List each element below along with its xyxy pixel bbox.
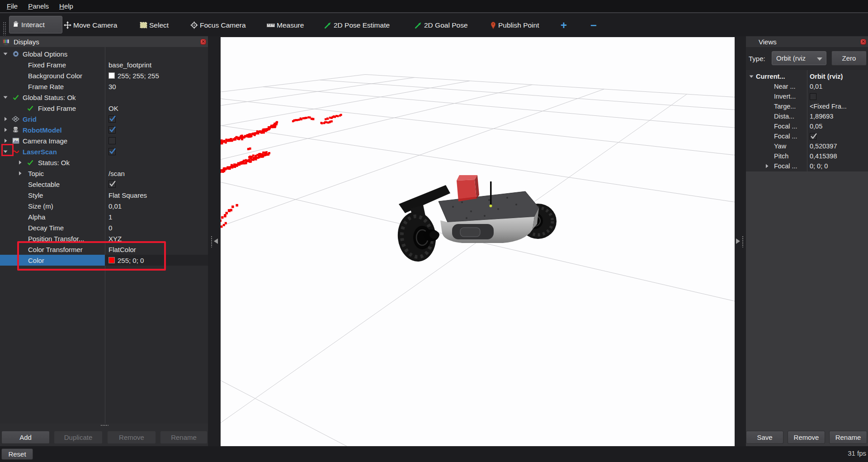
remove-view-button[interactable]: Remove: [788, 431, 825, 444]
property-value[interactable]: 0: [108, 224, 112, 232]
displays-resize-handle[interactable]: [100, 424, 108, 427]
display-row-fixed-frame[interactable]: Fixed FrameOK: [0, 103, 208, 114]
reset-button[interactable]: Reset: [1, 448, 33, 460]
display-row-global-status-ok[interactable]: Global Status: Ok: [0, 92, 208, 103]
display-row-laserscan[interactable]: LaserScan: [0, 146, 208, 157]
collapse-arrow-icon[interactable]: [2, 135, 9, 146]
expand-arrow-icon[interactable]: [2, 48, 9, 59]
views-panel-header[interactable]: Views ✕: [746, 36, 868, 47]
menu-panels[interactable]: Panels: [24, 0, 55, 12]
remove-display-button[interactable]: Remove: [107, 431, 156, 444]
display-row-background-color[interactable]: Background Color255; 255; 255: [0, 70, 208, 81]
collapse-arrow-icon[interactable]: [16, 157, 24, 168]
display-row-topic[interactable]: Topic/scan: [0, 168, 208, 179]
display-row-global-options[interactable]: Global Options: [0, 48, 208, 59]
views-row-pitch[interactable]: Pitch0,415398: [746, 151, 868, 161]
property-value[interactable]: /scan: [108, 170, 125, 177]
expand-arrow-icon[interactable]: [2, 146, 9, 157]
views-row-invert-[interactable]: Invert...: [746, 91, 868, 101]
views-close-icon[interactable]: ✕: [860, 39, 866, 45]
views-row-focal-[interactable]: Focal ...0,05: [746, 121, 868, 131]
property-value[interactable]: 255; 255; 255: [118, 72, 159, 80]
tool-focus-camera[interactable]: Focus Camera: [190, 14, 246, 36]
property-value[interactable]: Orbit (rviz): [810, 73, 843, 80]
display-row-alpha[interactable]: Alpha1: [0, 211, 208, 222]
collapse-arrow-icon[interactable]: [16, 168, 24, 179]
displays-panel-header[interactable]: Displays ✕: [0, 36, 208, 47]
checkbox-checked[interactable]: [108, 115, 116, 123]
checkbox-checked[interactable]: [108, 126, 116, 133]
property-value[interactable]: 30: [108, 83, 116, 90]
menu-help[interactable]: Help: [55, 0, 80, 12]
views-row-near-[interactable]: Near ...0,01: [746, 81, 868, 91]
display-row-fixed-frame[interactable]: Fixed Framebase_footprint: [0, 59, 208, 70]
toolbar-drag-handle[interactable]: [3, 22, 6, 35]
color-swatch[interactable]: [108, 257, 115, 263]
display-row-grid[interactable]: Grid: [0, 114, 208, 124]
checkbox-unchecked[interactable]: [810, 93, 816, 100]
collapse-arrow-icon[interactable]: [2, 114, 9, 124]
add-tool-button[interactable]: +: [561, 14, 567, 36]
property-value[interactable]: 0,05: [810, 123, 822, 130]
property-value[interactable]: 1: [108, 213, 112, 221]
display-row-decay-time[interactable]: Decay Time0: [0, 222, 208, 233]
add-display-button[interactable]: Add: [1, 431, 50, 444]
views-row-focal-[interactable]: Focal ...: [746, 131, 868, 141]
display-row-status-ok[interactable]: Status: Ok: [0, 157, 208, 168]
rename-view-button[interactable]: Rename: [829, 431, 867, 444]
zero-button[interactable]: Zero: [831, 51, 867, 66]
property-value[interactable]: 0,415398: [810, 152, 837, 160]
property-value[interactable]: base_footprint: [108, 61, 151, 69]
collapse-arrow-icon[interactable]: [763, 161, 770, 171]
display-row-selectable[interactable]: Selectable: [0, 179, 208, 190]
property-value[interactable]: Flat Squares: [108, 191, 147, 199]
views-row-targe-[interactable]: Targe...<Fixed Fra...: [746, 101, 868, 111]
display-row-position-transfor-[interactable]: Position Transfor...XYZ: [0, 233, 208, 244]
expand-arrow-icon[interactable]: [2, 92, 9, 103]
save-view-button[interactable]: Save: [746, 431, 783, 444]
remove-tool-button[interactable]: −: [590, 14, 597, 36]
menu-file[interactable]: File: [3, 0, 24, 12]
property-value[interactable]: 1,89693: [810, 113, 833, 120]
checkbox-unchecked[interactable]: [108, 137, 116, 144]
property-value[interactable]: 0,01: [810, 83, 822, 90]
checkbox-checked[interactable]: [810, 133, 816, 140]
tool-interact[interactable]: Interact: [9, 16, 62, 33]
display-row-camera-image[interactable]: Camera Image: [0, 135, 208, 146]
views-row-dista-[interactable]: Dista...1,89693: [746, 111, 868, 121]
property-value[interactable]: 0; 0; 0: [810, 162, 828, 170]
tool-move-camera[interactable]: Move Camera: [64, 14, 117, 36]
collapse-right-icon[interactable]: [736, 238, 740, 244]
tool-publish-point[interactable]: Publish Point: [490, 14, 539, 36]
views-row-focal-[interactable]: Focal ...0; 0; 0: [746, 161, 868, 171]
displays-close-icon[interactable]: ✕: [200, 39, 206, 45]
views-type-dropdown[interactable]: Orbit (rviz: [772, 51, 826, 65]
property-value[interactable]: <Fixed Fra...: [810, 103, 847, 110]
property-value[interactable]: FlatColor: [108, 246, 136, 253]
color-swatch[interactable]: [108, 72, 115, 79]
duplicate-display-button[interactable]: Duplicate: [54, 431, 103, 444]
display-row-style[interactable]: StyleFlat Squares: [0, 190, 208, 200]
property-value[interactable]: 0,520397: [810, 143, 837, 150]
right-panel-splitter[interactable]: [735, 36, 746, 446]
tool-2d-pose-estimate[interactable]: 2D Pose Estimate: [324, 14, 390, 36]
collapse-arrow-icon[interactable]: [2, 124, 9, 135]
property-value[interactable]: XYZ: [108, 235, 122, 243]
3d-viewport[interactable]: [221, 37, 735, 446]
property-value[interactable]: 0,01: [108, 202, 122, 210]
tool-2d-goal-pose[interactable]: 2D Goal Pose: [414, 14, 468, 36]
expand-arrow-icon[interactable]: [748, 71, 755, 82]
display-row-color-transformer[interactable]: Color TransformerFlatColor: [0, 244, 208, 255]
rename-display-button[interactable]: Rename: [160, 431, 208, 444]
collapse-left-icon[interactable]: [214, 238, 218, 244]
tool-measure[interactable]: Measure: [267, 14, 304, 36]
tool-select[interactable]: Select: [140, 14, 169, 36]
views-row-yaw[interactable]: Yaw0,520397: [746, 141, 868, 151]
display-row-robotmodel[interactable]: RobotModel: [0, 124, 208, 135]
property-value[interactable]: 255; 0; 0: [118, 257, 144, 264]
checkbox-checked[interactable]: [108, 148, 116, 155]
left-panel-splitter[interactable]: [208, 36, 221, 446]
views-row-current-[interactable]: Current...Orbit (rviz): [746, 71, 868, 81]
display-row-color[interactable]: Color255; 0; 0: [0, 255, 208, 266]
checkbox-checked[interactable]: [108, 181, 116, 188]
